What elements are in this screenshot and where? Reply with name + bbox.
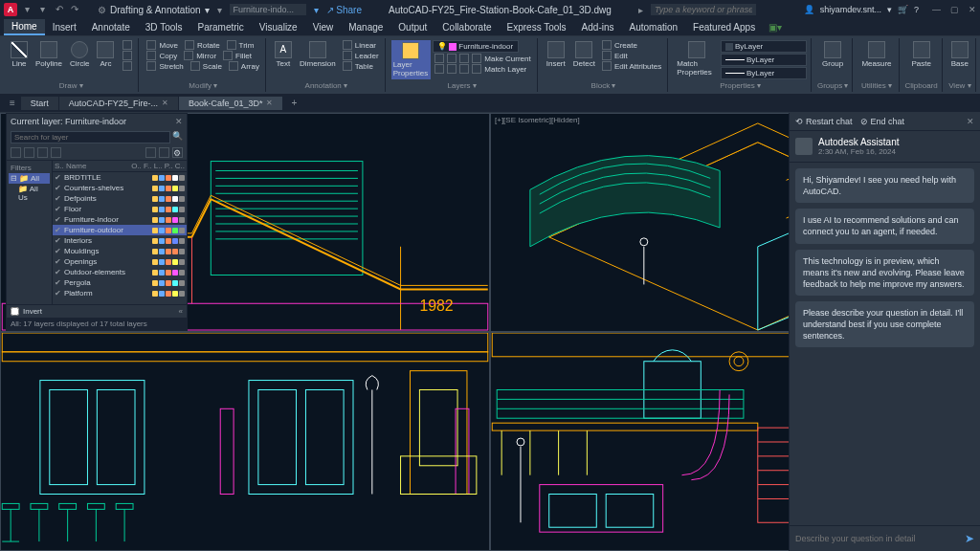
tab-view[interactable]: View — [305, 20, 342, 34]
gear-icon[interactable]: ⚙ — [172, 147, 183, 158]
layer-row[interactable]: ✔Interiors — [53, 235, 187, 246]
qat-open-icon[interactable]: ▾ — [40, 4, 52, 15]
layer-row[interactable]: ✔BRDTITLE — [53, 172, 187, 183]
layer-properties-button[interactable]: Layer Properties — [391, 40, 432, 79]
panel-annotation: AText Dimension Linear Leader Table Anno… — [268, 38, 386, 92]
filter-all[interactable]: ⊟ 📁 All — [9, 173, 50, 184]
layer-row[interactable]: ✔Furniture-indoor — [53, 214, 187, 225]
svg-rect-33 — [2, 503, 19, 509]
detect-button[interactable]: Detect — [570, 40, 598, 69]
layer-row[interactable]: ✔Openings — [53, 256, 187, 267]
tab-insert[interactable]: Insert — [45, 20, 84, 34]
qat-undo-icon[interactable]: ↶ — [56, 4, 67, 15]
send-icon[interactable]: ➤ — [965, 532, 974, 545]
restart-chat-button[interactable]: ⟲Restart chat — [795, 117, 853, 126]
current-layer-label: Current layer: Furniture-indoor — [11, 117, 126, 126]
new-tab-button[interactable]: + — [283, 96, 304, 110]
layer-filters: Filters ⊟ 📁 All 📁 All Us — [7, 161, 53, 304]
workspace-selector[interactable]: ⚙ Drafting & Annotation ▾ — [98, 5, 210, 15]
layer-row[interactable]: ✔Mouldings — [53, 246, 187, 256]
help-icon[interactable]: ? — [914, 5, 919, 14]
tab-visualize[interactable]: Visualize — [252, 20, 305, 34]
user-name[interactable]: shiyamdev.snt... — [820, 5, 881, 14]
circle-button[interactable]: Circle — [67, 40, 92, 69]
text-button[interactable]: AText — [272, 40, 295, 69]
svg-point-21 — [640, 238, 648, 246]
end-chat-button[interactable]: ⊘End chat — [860, 117, 905, 126]
tab-doc-1[interactable]: AutoCAD-FY25_Fire-...✕ — [59, 97, 178, 110]
qat-redo-icon[interactable]: ↷ — [71, 4, 82, 15]
svg-rect-56 — [497, 389, 744, 418]
tab-collaborate[interactable]: Collaborate — [434, 20, 499, 34]
viewport-label[interactable]: [+][SE Isometric][Hidden] — [495, 116, 580, 124]
invert-filter-checkbox[interactable] — [11, 307, 19, 316]
tab-annotate[interactable]: Annotate — [84, 20, 138, 34]
layer-row[interactable]: ✔Outdoor-elements — [53, 267, 187, 277]
window-title: AutoCAD-FY25_Fire-Station-Book-Cafe_01_3… — [389, 5, 612, 15]
line-button[interactable]: Line — [8, 40, 31, 69]
tab-addins[interactable]: Add-ins — [574, 20, 622, 34]
panel-groups: GroupGroups ▾ — [813, 38, 853, 92]
layer-row[interactable]: ✔Pergola — [53, 277, 187, 288]
app-logo[interactable]: A — [4, 3, 17, 16]
tab-start[interactable]: Start — [21, 97, 58, 110]
close-icon[interactable]: ✕ — [175, 117, 183, 126]
tab-express[interactable]: Express Tools — [500, 20, 574, 34]
assistant-input[interactable] — [795, 534, 961, 543]
insert-button[interactable]: Insert — [544, 40, 568, 69]
assistant-message: This technology is in preview, which mea… — [795, 250, 974, 296]
close-icon[interactable]: ✕ — [967, 117, 974, 126]
layer-search-input[interactable] — [11, 131, 170, 143]
assistant-avatar — [795, 138, 813, 155]
tab-featured[interactable]: Featured Apps — [685, 20, 763, 34]
tab-automation[interactable]: Automation — [622, 20, 686, 34]
svg-rect-23 — [2, 352, 488, 362]
chevron-down-icon[interactable]: ▾ — [887, 5, 892, 14]
tab-home[interactable]: Home — [4, 19, 45, 35]
layer-row[interactable]: ✔Furniture-outdoor — [53, 225, 187, 235]
title-bar: A ▾ ▾ ↶ ↷ ⚙ Drafting & Annotation ▾ ▾ ▾ … — [0, 0, 980, 19]
svg-rect-27 — [249, 381, 353, 495]
layer-row[interactable]: ✔Defpoints — [53, 193, 187, 204]
polyline-button[interactable]: Polyline — [33, 40, 65, 69]
close-button[interactable]: ✕ — [969, 5, 976, 14]
svg-rect-31 — [410, 371, 466, 495]
arc-button[interactable]: Arc — [94, 40, 117, 69]
assistant-message: Hi, Shiyamdev! I see you need help with … — [795, 168, 974, 203]
layer-quick-input[interactable] — [230, 4, 306, 15]
layer-combo[interactable]: 💡Furniture-indoor — [433, 40, 519, 53]
maximize-button[interactable]: ▢ — [950, 5, 959, 14]
minimize-button[interactable]: — — [932, 5, 941, 14]
layer-row[interactable]: ✔Floor — [53, 204, 187, 214]
panel-block: Insert Detect Create Edit Edit Attribute… — [540, 38, 669, 92]
tab-manage[interactable]: Manage — [341, 20, 390, 34]
qat-save-icon[interactable]: ▾ — [25, 4, 36, 15]
signin-icon[interactable]: 👤 — [804, 5, 814, 14]
help-search[interactable] — [651, 4, 756, 15]
svg-rect-25 — [50, 389, 88, 484]
tab-parametric[interactable]: Parametric — [189, 20, 251, 34]
match-properties-button[interactable]: Match Properties — [674, 40, 719, 77]
panel-layers: Layer Properties 💡Furniture-indoor Make … — [388, 38, 538, 92]
tab-menu-icon[interactable]: ≡ — [4, 96, 21, 110]
layer-row[interactable]: ✔Counters-shelves — [53, 183, 187, 193]
viewport-bottom-left[interactable] — [0, 332, 490, 551]
close-icon[interactable]: ✕ — [266, 99, 273, 107]
svg-rect-38 — [59, 503, 77, 509]
restart-icon: ⟲ — [795, 117, 803, 126]
basket-icon[interactable]: 🛒 — [898, 5, 908, 14]
tab-3d-tools[interactable]: 3D Tools — [138, 20, 190, 34]
tab-output[interactable]: Output — [390, 20, 434, 34]
layer-row[interactable]: ✔Platform — [53, 288, 187, 298]
assistant-message: Please describe your question in detail.… — [795, 301, 974, 347]
filter-all-used[interactable]: 📁 All Us — [9, 184, 50, 203]
panel-properties: Match Properties ByLayer ByLayer ByLayer… — [670, 38, 812, 92]
close-icon[interactable]: ✕ — [162, 99, 168, 107]
panel-view: BaseView ▾ — [945, 38, 976, 92]
tab-doc-2[interactable]: Book-Cafe_01_3D*✕ — [179, 97, 283, 110]
search-icon[interactable]: 🔍 — [172, 131, 183, 143]
share-button[interactable]: ↗ Share — [326, 5, 362, 15]
panel-toggle-icon[interactable]: ▣▾ — [768, 22, 782, 33]
assistant-time: 2:30 AM, Feb 16, 2024 — [818, 147, 900, 156]
dimension-button[interactable]: Dimension — [297, 40, 339, 69]
